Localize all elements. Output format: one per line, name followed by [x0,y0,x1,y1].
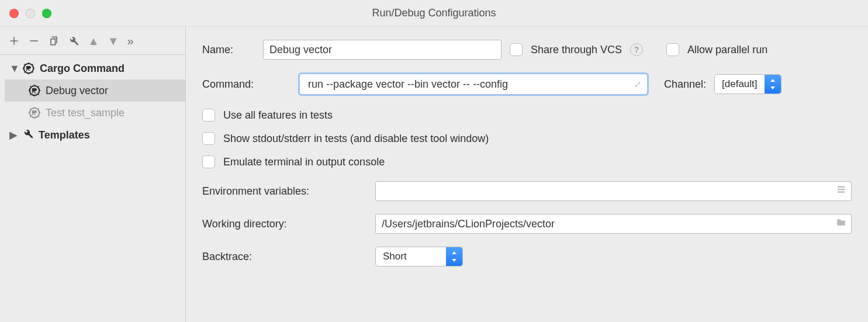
svg-line-6 [32,72,33,73]
tree-node-templates[interactable]: ▶ Templates [5,124,185,146]
add-icon[interactable] [8,35,20,47]
move-down-icon[interactable]: ▼ [108,35,119,47]
channel-select-value: [default] [715,75,765,94]
tree-node-label: Templates [39,129,90,141]
backtrace-label: Backtrace: [202,251,375,263]
share-vcs-label: Share through VCS [531,44,622,56]
show-std-checkbox[interactable] [202,132,215,145]
chevron-down-icon: ▼ [9,63,18,75]
env-label: Environment variables: [202,185,375,198]
help-icon[interactable]: ? [630,43,643,56]
configuration-tree: ▼ Cargo Command Debug vector Test test_s… [0,55,185,146]
tree-node-cargo-command[interactable]: ▼ Cargo Command [5,57,185,79]
tree-node-test-sample[interactable]: Test test_sample [5,102,185,124]
expand-icon[interactable]: ⤢ [634,79,641,89]
wrench-icon [22,128,34,143]
all-features-checkbox[interactable] [202,109,215,122]
allow-parallel-checkbox[interactable] [666,43,679,56]
form-panel: Name: Share through VCS ? Allow parallel… [186,27,868,322]
move-up-icon[interactable]: ▲ [88,35,99,47]
svg-line-15 [38,94,39,95]
channel-label: Channel: [664,78,706,91]
svg-line-26 [30,116,31,117]
env-field[interactable] [375,181,852,201]
all-features-label: Use all features in tests [223,109,333,122]
svg-line-8 [24,72,25,73]
svg-line-24 [38,116,39,117]
working-dir-value: /Users/jetbrains/CLionProjects/vector [382,218,555,230]
command-label: Command: [202,78,298,91]
more-icon[interactable]: » [127,35,134,47]
svg-line-23 [30,108,31,109]
chevron-updown-icon [765,75,781,94]
wrench-icon[interactable] [68,35,79,47]
svg-line-5 [24,64,25,65]
sidebar-toolbar: ▲ ▼ » [0,27,185,55]
command-field[interactable] [307,74,627,94]
svg-line-25 [38,108,39,109]
name-label: Name: [202,44,263,56]
remove-icon[interactable] [28,35,40,47]
tree-node-debug-vector[interactable]: Debug vector [5,79,185,102]
show-std-label: Show stdout/stderr in tests (and disable… [223,133,489,145]
working-dir-field[interactable]: /Users/jetbrains/CLionProjects/vector [375,214,852,234]
backtrace-select-value: Short [376,247,446,266]
emulate-terminal-checkbox[interactable] [202,155,215,168]
rust-icon [28,84,41,97]
command-field-wrap: ⤢ [298,72,649,96]
copy-icon[interactable] [48,35,60,47]
svg-line-17 [30,94,31,95]
chevron-updown-icon [446,247,462,266]
svg-line-7 [32,64,33,65]
channel-select[interactable]: [default] [714,74,781,94]
tree-node-label: Cargo Command [40,63,125,75]
name-field[interactable] [263,40,502,60]
rust-icon [22,62,35,75]
allow-parallel-label: Allow parallel run [687,44,767,56]
content: ▲ ▼ » ▼ Cargo Command Debug vector [0,27,868,322]
titlebar: Run/Debug Configurations [0,0,868,27]
svg-line-14 [30,86,31,87]
list-icon[interactable] [836,185,846,198]
tree-node-label: Debug vector [46,85,108,97]
share-vcs-checkbox[interactable] [510,43,523,56]
working-dir-label: Working directory: [202,218,375,230]
folder-icon[interactable] [836,217,846,231]
chevron-right-icon: ▶ [9,129,18,141]
rust-icon [28,106,41,119]
svg-line-16 [38,86,39,87]
backtrace-select[interactable]: Short [375,247,463,266]
emulate-terminal-label: Emulate terminal in output console [223,156,385,168]
window-title: Run/Debug Configurations [0,7,868,19]
tree-node-label: Test test_sample [46,107,125,119]
sidebar: ▲ ▼ » ▼ Cargo Command Debug vector [0,27,186,322]
